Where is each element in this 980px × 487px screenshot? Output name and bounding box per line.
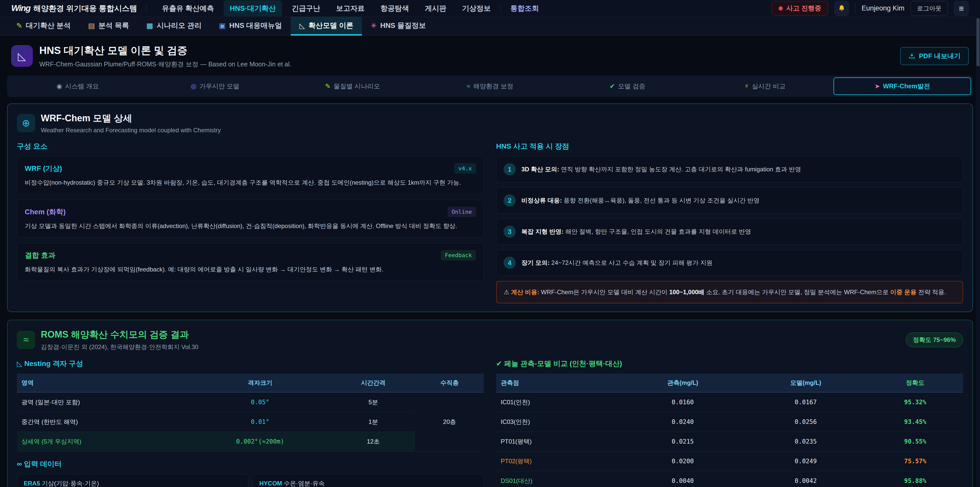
component-card-coupling: 결합 효과 Feedback 화학물질의 복사 효과가 기상장에 되먹임(fee… [17,243,484,281]
tab-model-validation[interactable]: ✔ 모델 검증 [558,77,696,95]
col-header-area: 영역 [17,374,189,392]
advantage-item: 1 3D 확산 모의: 연직 방향 확산까지 포함한 정밀 농도장 계산. 고층… [496,156,963,182]
nav-item-hns-active[interactable]: HNS·대기확산 [224,0,282,16]
subtab-model-theory-active[interactable]: ◺ 확산모델 이론 [291,17,362,35]
subtab-hns-substance-info[interactable]: ✳ HNS 물질정보 [362,17,434,35]
nesting-grid-table: 영역 격자크기 시간간격 수직층 광역 (일본·대만 포함) 0.05° 5분 … [17,374,484,452]
tab-system-overview[interactable]: ◉ 시스템 개요 [9,77,146,95]
divider [855,3,856,14]
wave-icon: ≈ [17,331,35,349]
clipboard-icon: ▤ [88,21,95,30]
scrollbar-thumb[interactable] [977,18,980,66]
nav-item-oil-spill[interactable]: 유출유 확산예측 [156,0,220,16]
component-name: 결합 효과 [25,251,56,260]
input-data-card-hycom: HYCOM 수온·염분·유속 [252,474,484,487]
lightning-icon: ⚡ [744,83,749,90]
component-name: Chem (화학) [25,207,65,217]
molecule-icon: ✳ [371,21,376,30]
number-badge: 2 [504,194,516,207]
cell-step: 1분 [331,412,415,432]
nesting-heading: Nesting 격자 구성 [24,359,83,367]
input-data-card-era5: ERA5 기상(기압·풍속·기온) [17,474,248,487]
table-row: IC01(인천) 0.0160 0.0167 95.32% [496,392,963,412]
warning-strong: 이중 운용 [890,289,916,295]
tab-wrf-chem-active[interactable]: ➤ WRF-Chem발전 [834,77,971,95]
incident-status-label: 사고 진행중 [786,4,821,13]
set-square-icon: ◺ [11,45,33,67]
cell-observed: 0.0240 [621,412,744,432]
section-subtitle: Weather Research and Forecasting model c… [41,127,221,134]
microscope-icon: ◉ [56,83,62,90]
nav-item-weather[interactable]: 기상정보 [456,0,497,16]
feedback-badge: Feedback [441,250,476,260]
nav-item-aerial[interactable]: 항공탐색 [374,0,415,16]
cell-modeled: 0.0249 [744,452,867,471]
download-icon [908,52,915,59]
subtab-label: 대기확산 분석 [26,21,71,30]
page-header: ◺ HNS 대기확산 모델 이론 및 검증 WRF-Chem·Gaussian … [0,36,980,74]
cell-area: 광역 (일본·대만 포함) [17,392,189,412]
tab-marine-correction[interactable]: ≈ 해양환경 보정 [422,77,559,95]
subtab-dispersion-analysis[interactable]: ✎ 대기확산 분석 [8,17,80,35]
table-row: IC03(인천) 0.0240 0.0256 93.45% [496,412,963,432]
advantage-title: 복잡 지형 반영: [522,228,563,235]
warning-icon: ⚠ [504,289,509,295]
cell-accuracy: 93.45% [867,412,963,432]
component-description: 기상 모델과 동일한 시간 스텝에서 화학종의 이류(advection), 난… [25,221,476,231]
nav-item-integrated-search[interactable]: 통합조회 [504,0,545,16]
table-row-highlighted: 상세역 (5개 우심지역) 0.002°(≈200m) 12초 [17,432,484,452]
subtab-analysis-list[interactable]: ▤ 분석 목록 [80,17,138,35]
cell-station: IC01(인천) [496,392,621,412]
app-logo[interactable]: Wing 해양환경 위기대응 통합시스템 [11,3,137,14]
incident-status-badge[interactable]: 사고 진행중 [772,1,828,16]
logout-button[interactable]: 로그아웃 [911,1,948,16]
nav-item-rescue[interactable]: 긴급구난 [286,0,326,16]
section-title: ROMS 해양확산 수치모의 검증 결과 [41,329,198,341]
divider [146,4,146,13]
number-badge: 3 [504,225,516,238]
cell-area: 중간역 (한반도 해역) [17,412,189,432]
advantages-heading: HNS 사고 적용 시 장점 [496,142,963,151]
sub-nav: ✎ 대기확산 분석 ▤ 분석 목록 ▦ 시나리오 관리 ▣ HNS 대응매뉴얼 … [0,17,980,36]
subtab-label: 확산모델 이론 [309,21,353,30]
subtab-scenario-management[interactable]: ▦ 시나리오 관리 [138,17,210,35]
tab-gaussian-model[interactable]: ◎ 가우시안 모델 [146,77,284,95]
component-description: 비정수압(non-hydrostatic) 중규모 기상 모델. 3차원 바람장… [25,178,476,187]
menu-button[interactable]: ≡ [954,1,969,16]
advantage-item: 3 복잡 지형 반영: 해안 절벽, 항만 구조물, 인접 도시의 건물 효과를… [496,219,963,245]
components-column: 구성 요소 WRF (기상) v4.x 비정수압(non-hydrostatic… [17,142,484,303]
cell-observed: 0.0160 [621,392,744,412]
cell-modeled: 0.0235 [744,432,867,452]
nesting-column: ◺ Nesting 격자 구성 영역 격자크기 시간간격 수직층 광역 (일본·… [17,359,484,487]
inputs-heading: 입력 데이터 [24,460,62,468]
pdf-export-button[interactable]: PDF 내보내기 [900,47,969,65]
page-scrollbar[interactable] [976,0,980,487]
number-badge: 4 [504,257,516,269]
cell-observed: 0.0215 [621,432,744,452]
advantage-desc: 풍향 전환(해풍↔육풍), 돌풍, 전선 통과 등 시변 기상 조건을 실시간 … [562,197,760,204]
subtab-label: 시나리오 관리 [157,21,202,30]
cell-step: 5분 [331,392,415,412]
user-name: Eunjeong Kim [862,4,904,12]
cell-grid: 0.002°(≈200m) [189,432,331,452]
number-badge: 1 [504,163,516,176]
notifications-button[interactable] [834,1,849,16]
subtab-hns-manual[interactable]: ▣ HNS 대응매뉴얼 [210,17,291,35]
cell-area: 상세역 (5개 우심지역) [17,432,189,452]
warning-strong: 100~1,000배 [669,289,704,295]
set-square-icon: ◺ [299,21,305,30]
table-row: 광역 (일본·대만 포함) 0.05° 5분 20층 [17,392,484,412]
cell-observed: 0.0200 [621,452,744,471]
component-card-chem: Chem (화학) Online 기상 모델과 동일한 시간 스텝에서 화학종의… [17,200,484,238]
cell-step: 12초 [331,432,415,452]
components-heading: 구성 요소 [17,142,484,151]
page-subtitle: WRF-Chem·Gaussian Plume/Puff·ROMS·해양환경 보… [39,60,291,69]
tab-realtime-comparison[interactable]: ⚡ 실시간 비교 [696,77,834,95]
phenol-heading: 페놀 관측-모델 비교 (인천·평택·대산) [504,359,622,367]
tab-substance-scenarios[interactable]: ✎ 물질별 시나리오 [284,77,422,95]
col-header-time-step: 시간간격 [331,374,415,392]
nav-item-reports[interactable]: 보고자료 [330,0,371,16]
col-header-vertical-layers: 수직층 [415,374,484,392]
nav-item-board[interactable]: 게시판 [419,0,452,16]
warning-text: 전략 적용. [916,289,946,295]
